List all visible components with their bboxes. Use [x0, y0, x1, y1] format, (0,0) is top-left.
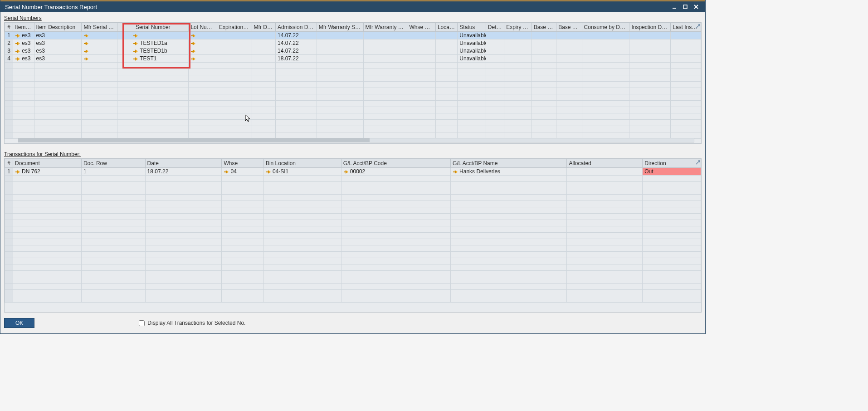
table-row — [5, 239, 701, 245]
column-header[interactable]: Base Type — [556, 23, 582, 32]
cell — [567, 168, 643, 176]
cell — [82, 32, 117, 39]
table-row — [5, 82, 701, 88]
column-header[interactable]: Item Description — [34, 23, 82, 32]
column-header[interactable]: Direction — [643, 159, 701, 168]
cell — [629, 55, 671, 63]
table-row — [5, 245, 701, 252]
table-row — [5, 214, 701, 220]
column-header[interactable]: Document — [13, 159, 82, 168]
minimize-button[interactable] — [670, 3, 679, 11]
cell — [82, 47, 117, 55]
column-header[interactable]: Whse — [222, 159, 263, 168]
cell — [407, 39, 436, 47]
cell — [317, 39, 363, 47]
cell: Hanks Deliveries — [451, 168, 567, 176]
cell: Out — [643, 168, 701, 176]
cell — [363, 39, 407, 47]
column-header[interactable]: Allocated — [567, 159, 643, 168]
cell — [582, 55, 629, 63]
table-row — [5, 182, 701, 188]
column-header[interactable]: Mfr Warranty End — [363, 23, 407, 32]
table-row — [5, 207, 701, 214]
cell — [117, 32, 189, 39]
cell — [556, 32, 582, 39]
cell: 14.07.22 — [275, 32, 317, 39]
expand-icon[interactable] — [696, 24, 700, 28]
display-all-transactions-checkbox[interactable]: Display All Transactions for Selected No… — [139, 320, 245, 326]
ok-button[interactable]: OK — [4, 318, 34, 328]
table-row[interactable]: 4es3es3TEST118.07.22Unavailable — [5, 55, 701, 63]
column-header[interactable]: Date — [145, 159, 222, 168]
cell — [363, 55, 407, 63]
table-row[interactable]: 1es3es314.07.22Unavailable — [5, 32, 701, 39]
cell — [189, 55, 217, 63]
title-bar: Serial Number Transactions Report — [0, 0, 705, 12]
cell — [486, 55, 504, 63]
cell — [217, 47, 252, 55]
cell: Unavailable — [458, 32, 486, 39]
column-header[interactable]: # — [5, 159, 13, 168]
transactions-grid[interactable]: #DocumentDoc. RowDateWhseBin LocationG/L… — [4, 158, 702, 313]
cell: 18.07.22 — [145, 168, 222, 176]
table-row — [5, 63, 701, 69]
column-header[interactable]: Consume by Date — [582, 23, 629, 32]
column-header[interactable]: Location — [435, 23, 457, 32]
expand-icon[interactable] — [696, 160, 700, 164]
cell — [504, 32, 532, 39]
cell — [252, 32, 275, 39]
display-all-checkbox-label: Display All Transactions for Selected No… — [147, 320, 245, 326]
column-header[interactable]: Expiration Date — [217, 23, 252, 32]
display-all-checkbox-input[interactable] — [139, 320, 145, 326]
table-row[interactable]: 2es3es3TESTED1a14.07.22Unavailable — [5, 39, 701, 47]
table-row — [5, 277, 701, 284]
column-header[interactable]: Expiry Time — [504, 23, 532, 32]
table-row — [5, 252, 701, 258]
cell — [671, 39, 701, 47]
column-header[interactable]: Lot Number — [189, 23, 217, 32]
column-header[interactable]: Mfr Warranty Start — [317, 23, 363, 32]
cell — [556, 55, 582, 63]
column-header[interactable]: Mfr Serial No. — [82, 23, 117, 32]
column-header[interactable]: Inspection Date — [629, 23, 671, 32]
maximize-button[interactable] — [681, 3, 690, 11]
table-row[interactable]: 3es3es3TESTED1b14.07.22Unavailable — [5, 47, 701, 55]
cell — [252, 39, 275, 47]
table-row — [5, 88, 701, 94]
column-header[interactable]: Doc. Row — [81, 159, 145, 168]
cell: 14.07.22 — [275, 39, 317, 47]
close-button[interactable] — [692, 3, 701, 11]
column-header[interactable]: Serial Number — [117, 23, 189, 32]
cell — [671, 55, 701, 63]
serial-numbers-grid[interactable]: #Item No.Item DescriptionMfr Serial No.S… — [4, 22, 702, 144]
table-row[interactable]: 1DN 762118.07.220404-SI100002Hanks Deliv… — [5, 168, 701, 176]
table-row — [5, 120, 701, 126]
column-header[interactable]: Details — [486, 23, 504, 32]
serial-numbers-label: Serial Numbers — [4, 15, 702, 21]
scrollbar-thumb[interactable] — [19, 138, 370, 142]
column-header[interactable]: Whse Code — [407, 23, 436, 32]
cell — [82, 39, 117, 47]
cell: es3 — [13, 47, 34, 55]
column-header[interactable]: G/L Acct/BP Code — [341, 159, 450, 168]
column-header[interactable]: Mfr Date — [252, 23, 275, 32]
horizontal-scrollbar[interactable] — [18, 138, 694, 142]
cell — [317, 32, 363, 39]
column-header[interactable]: Bin Location — [263, 159, 341, 168]
cell — [556, 39, 582, 47]
cell: 4 — [5, 55, 13, 63]
column-header[interactable]: Status — [458, 23, 486, 32]
column-header[interactable]: G/L Acct/BP Name — [451, 159, 567, 168]
column-header[interactable]: # — [5, 23, 13, 32]
table-row — [5, 101, 701, 107]
cell — [556, 47, 582, 55]
cell — [629, 47, 671, 55]
column-header[interactable]: Item No. — [13, 23, 34, 32]
cell — [407, 47, 436, 55]
cell: 1 — [5, 32, 13, 39]
column-header[interactable]: Admission Date — [275, 23, 317, 32]
cell: es3 — [34, 55, 82, 63]
column-header[interactable]: Base Entry — [532, 23, 556, 32]
cell: es3 — [13, 32, 34, 39]
cell — [582, 39, 629, 47]
